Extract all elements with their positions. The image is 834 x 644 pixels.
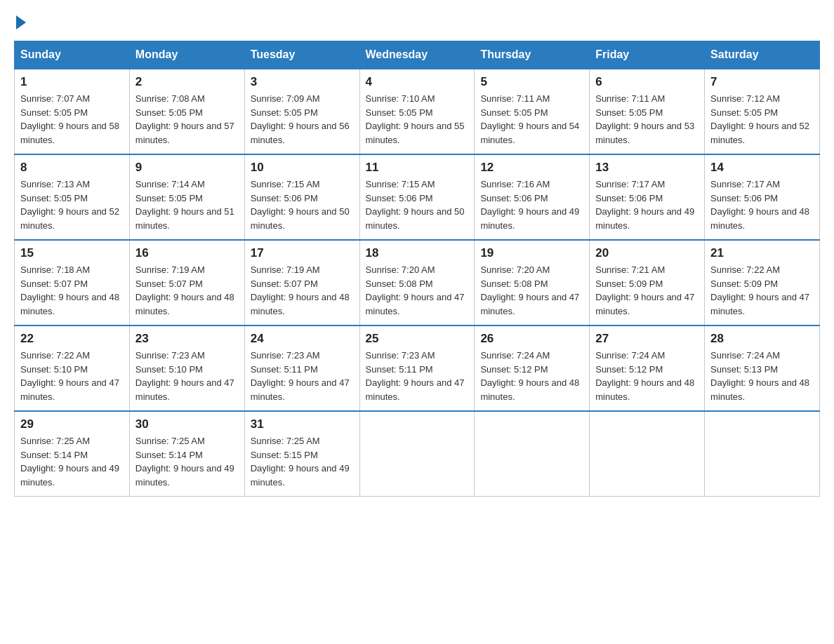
day-info: Sunrise: 7:15 AMSunset: 5:06 PMDaylight:… xyxy=(251,179,350,231)
weekday-header-friday: Friday xyxy=(590,41,705,69)
day-number: 27 xyxy=(595,332,699,346)
calendar-cell: 10 Sunrise: 7:15 AMSunset: 5:06 PMDaylig… xyxy=(244,154,359,240)
day-info: Sunrise: 7:12 AMSunset: 5:05 PMDaylight:… xyxy=(710,93,809,145)
day-info: Sunrise: 7:22 AMSunset: 5:09 PMDaylight:… xyxy=(710,264,809,316)
week-row-4: 22 Sunrise: 7:22 AMSunset: 5:10 PMDaylig… xyxy=(15,326,820,411)
day-number: 19 xyxy=(480,246,583,260)
day-number: 17 xyxy=(251,246,354,260)
calendar-cell xyxy=(705,411,820,497)
calendar-cell: 16 Sunrise: 7:19 AMSunset: 5:07 PMDaylig… xyxy=(129,240,244,326)
weekday-header-row: SundayMondayTuesdayWednesdayThursdayFrid… xyxy=(15,41,820,69)
calendar-cell: 19 Sunrise: 7:20 AMSunset: 5:08 PMDaylig… xyxy=(475,240,590,326)
calendar-cell xyxy=(475,411,590,497)
calendar-cell: 15 Sunrise: 7:18 AMSunset: 5:07 PMDaylig… xyxy=(15,240,130,326)
day-number: 16 xyxy=(135,246,239,260)
day-number: 30 xyxy=(135,417,239,431)
day-number: 10 xyxy=(251,161,354,175)
calendar-cell: 14 Sunrise: 7:17 AMSunset: 5:06 PMDaylig… xyxy=(705,154,820,240)
day-info: Sunrise: 7:17 AMSunset: 5:06 PMDaylight:… xyxy=(710,179,809,231)
day-info: Sunrise: 7:21 AMSunset: 5:09 PMDaylight:… xyxy=(595,264,694,316)
calendar-cell: 23 Sunrise: 7:23 AMSunset: 5:10 PMDaylig… xyxy=(129,326,244,411)
calendar-cell: 18 Sunrise: 7:20 AMSunset: 5:08 PMDaylig… xyxy=(359,240,475,326)
calendar-cell: 6 Sunrise: 7:11 AMSunset: 5:05 PMDayligh… xyxy=(590,69,705,154)
day-info: Sunrise: 7:09 AMSunset: 5:05 PMDaylight:… xyxy=(251,93,350,145)
calendar-cell: 21 Sunrise: 7:22 AMSunset: 5:09 PMDaylig… xyxy=(705,240,820,326)
day-number: 31 xyxy=(251,417,354,431)
day-info: Sunrise: 7:17 AMSunset: 5:06 PMDaylight:… xyxy=(595,179,694,231)
calendar-cell xyxy=(359,411,475,497)
calendar-cell: 27 Sunrise: 7:24 AMSunset: 5:12 PMDaylig… xyxy=(590,326,705,411)
day-info: Sunrise: 7:22 AMSunset: 5:10 PMDaylight:… xyxy=(20,350,119,402)
calendar-cell: 20 Sunrise: 7:21 AMSunset: 5:09 PMDaylig… xyxy=(590,240,705,326)
week-row-2: 8 Sunrise: 7:13 AMSunset: 5:05 PMDayligh… xyxy=(15,154,820,240)
weekday-header-tuesday: Tuesday xyxy=(244,41,359,69)
day-info: Sunrise: 7:24 AMSunset: 5:13 PMDaylight:… xyxy=(710,350,809,402)
day-info: Sunrise: 7:13 AMSunset: 5:05 PMDaylight:… xyxy=(20,179,119,231)
calendar-table: SundayMondayTuesdayWednesdayThursdayFrid… xyxy=(14,41,820,497)
day-info: Sunrise: 7:25 AMSunset: 5:14 PMDaylight:… xyxy=(20,436,119,488)
day-number: 12 xyxy=(480,161,583,175)
calendar-cell: 28 Sunrise: 7:24 AMSunset: 5:13 PMDaylig… xyxy=(705,326,820,411)
day-number: 13 xyxy=(595,161,699,175)
day-number: 1 xyxy=(20,75,124,89)
week-row-3: 15 Sunrise: 7:18 AMSunset: 5:07 PMDaylig… xyxy=(15,240,820,326)
calendar-cell: 3 Sunrise: 7:09 AMSunset: 5:05 PMDayligh… xyxy=(244,69,359,154)
day-number: 15 xyxy=(20,246,124,260)
page-header xyxy=(14,14,820,27)
day-info: Sunrise: 7:19 AMSunset: 5:07 PMDaylight:… xyxy=(135,264,234,316)
day-info: Sunrise: 7:16 AMSunset: 5:06 PMDaylight:… xyxy=(480,179,579,231)
day-info: Sunrise: 7:23 AMSunset: 5:10 PMDaylight:… xyxy=(135,350,234,402)
calendar-cell: 11 Sunrise: 7:15 AMSunset: 5:06 PMDaylig… xyxy=(359,154,475,240)
day-info: Sunrise: 7:10 AMSunset: 5:05 PMDaylight:… xyxy=(366,93,465,145)
calendar-cell: 31 Sunrise: 7:25 AMSunset: 5:15 PMDaylig… xyxy=(244,411,359,497)
day-info: Sunrise: 7:08 AMSunset: 5:05 PMDaylight:… xyxy=(135,93,234,145)
weekday-header-saturday: Saturday xyxy=(705,41,820,69)
day-number: 18 xyxy=(366,246,469,260)
calendar-cell: 2 Sunrise: 7:08 AMSunset: 5:05 PMDayligh… xyxy=(129,69,244,154)
logo xyxy=(14,14,26,27)
week-row-1: 1 Sunrise: 7:07 AMSunset: 5:05 PMDayligh… xyxy=(15,69,820,154)
day-info: Sunrise: 7:20 AMSunset: 5:08 PMDaylight:… xyxy=(480,264,579,316)
calendar-cell xyxy=(590,411,705,497)
calendar-cell: 13 Sunrise: 7:17 AMSunset: 5:06 PMDaylig… xyxy=(590,154,705,240)
day-info: Sunrise: 7:14 AMSunset: 5:05 PMDaylight:… xyxy=(135,179,234,231)
calendar-cell: 8 Sunrise: 7:13 AMSunset: 5:05 PMDayligh… xyxy=(15,154,130,240)
day-number: 24 xyxy=(251,332,354,346)
week-row-5: 29 Sunrise: 7:25 AMSunset: 5:14 PMDaylig… xyxy=(15,411,820,497)
day-number: 25 xyxy=(366,332,469,346)
day-number: 6 xyxy=(595,75,699,89)
day-info: Sunrise: 7:23 AMSunset: 5:11 PMDaylight:… xyxy=(366,350,465,402)
day-number: 3 xyxy=(251,75,354,89)
calendar-cell: 4 Sunrise: 7:10 AMSunset: 5:05 PMDayligh… xyxy=(359,69,475,154)
day-info: Sunrise: 7:23 AMSunset: 5:11 PMDaylight:… xyxy=(251,350,350,402)
day-info: Sunrise: 7:18 AMSunset: 5:07 PMDaylight:… xyxy=(20,264,119,316)
day-number: 26 xyxy=(480,332,583,346)
day-info: Sunrise: 7:11 AMSunset: 5:05 PMDaylight:… xyxy=(480,93,579,145)
day-number: 20 xyxy=(595,246,699,260)
calendar-cell: 1 Sunrise: 7:07 AMSunset: 5:05 PMDayligh… xyxy=(15,69,130,154)
calendar-cell: 29 Sunrise: 7:25 AMSunset: 5:14 PMDaylig… xyxy=(15,411,130,497)
day-info: Sunrise: 7:11 AMSunset: 5:05 PMDaylight:… xyxy=(595,93,694,145)
day-number: 5 xyxy=(480,75,583,89)
day-number: 4 xyxy=(366,75,469,89)
day-number: 23 xyxy=(135,332,239,346)
day-number: 9 xyxy=(135,161,239,175)
weekday-header-wednesday: Wednesday xyxy=(359,41,475,69)
day-number: 14 xyxy=(710,161,814,175)
day-info: Sunrise: 7:24 AMSunset: 5:12 PMDaylight:… xyxy=(595,350,694,402)
day-info: Sunrise: 7:07 AMSunset: 5:05 PMDaylight:… xyxy=(20,93,119,145)
calendar-cell: 22 Sunrise: 7:22 AMSunset: 5:10 PMDaylig… xyxy=(15,326,130,411)
day-info: Sunrise: 7:20 AMSunset: 5:08 PMDaylight:… xyxy=(366,264,465,316)
day-info: Sunrise: 7:19 AMSunset: 5:07 PMDaylight:… xyxy=(251,264,350,316)
calendar-cell: 30 Sunrise: 7:25 AMSunset: 5:14 PMDaylig… xyxy=(129,411,244,497)
day-number: 7 xyxy=(710,75,814,89)
calendar-cell: 7 Sunrise: 7:12 AMSunset: 5:05 PMDayligh… xyxy=(705,69,820,154)
weekday-header-monday: Monday xyxy=(129,41,244,69)
day-number: 29 xyxy=(20,417,124,431)
day-number: 8 xyxy=(20,161,124,175)
day-number: 21 xyxy=(710,246,814,260)
weekday-header-thursday: Thursday xyxy=(475,41,590,69)
day-info: Sunrise: 7:24 AMSunset: 5:12 PMDaylight:… xyxy=(480,350,579,402)
calendar-cell: 9 Sunrise: 7:14 AMSunset: 5:05 PMDayligh… xyxy=(129,154,244,240)
day-info: Sunrise: 7:25 AMSunset: 5:15 PMDaylight:… xyxy=(251,436,350,488)
